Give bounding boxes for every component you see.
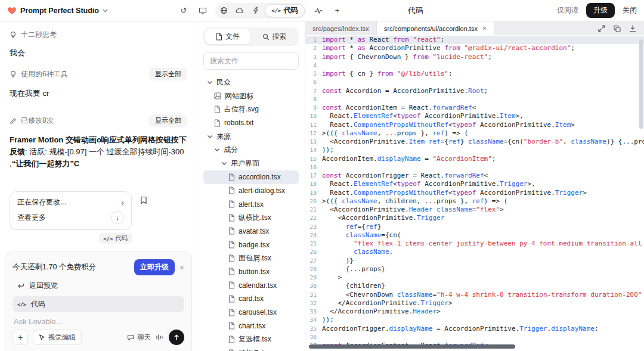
code-line[interactable]: 10 React.ElementRef<typeof AccordionPrim… bbox=[305, 112, 644, 120]
tree-item[interactable]: carousel.tsx bbox=[203, 306, 299, 319]
prompt-input[interactable] bbox=[14, 317, 185, 326]
tree-item[interactable]: button.tsx bbox=[203, 265, 299, 279]
visual-edit-button[interactable]: 视觉编辑 bbox=[33, 330, 82, 345]
code-line[interactable]: 21 <AccordionPrimitive.Header className=… bbox=[305, 206, 644, 214]
code-line[interactable]: 18 React.ElementRef<typeof AccordionPrim… bbox=[305, 180, 644, 188]
line-number: 33 bbox=[305, 307, 322, 316]
show-all-button[interactable]: 显示全部 bbox=[149, 68, 187, 80]
attach-button[interactable]: + bbox=[13, 330, 28, 345]
code-line[interactable]: 1import * as React from "react"; bbox=[305, 36, 644, 44]
back-to-preview-item[interactable]: 返回预览 bbox=[13, 278, 184, 294]
code-line[interactable]: 20>(({ className, children, ...props }, … bbox=[305, 197, 644, 206]
upgrade-button[interactable]: 升级 bbox=[586, 3, 615, 18]
vertical-scrollbar[interactable] bbox=[639, 39, 643, 129]
code-mode-item[interactable]: </> 代码 bbox=[13, 296, 184, 312]
code-line[interactable]: 14)); bbox=[305, 146, 644, 154]
file-icon bbox=[214, 119, 221, 127]
bookmark-icon[interactable] bbox=[140, 196, 147, 204]
show-all-button[interactable]: 显示全部 bbox=[149, 114, 187, 127]
code-line[interactable]: 2import * as AccordionPrimitive from "@r… bbox=[305, 44, 644, 52]
close-tab-icon[interactable]: × bbox=[482, 24, 487, 33]
scroll-down-button[interactable]: ↓ bbox=[111, 211, 124, 224]
code-line[interactable]: 9const AccordionItem = React.forwardRef< bbox=[305, 104, 644, 112]
code-text: AccordionTrigger.displayName = Accordion… bbox=[322, 325, 644, 333]
add-tab-icon[interactable]: + bbox=[331, 4, 344, 17]
tree-item[interactable]: accordion.tsx bbox=[203, 170, 299, 184]
tree-item[interactable]: 纵横比.tsx bbox=[203, 211, 299, 225]
download-icon[interactable] bbox=[628, 24, 637, 33]
code-line[interactable]: 28 {...props} bbox=[305, 265, 644, 274]
project-menu[interactable]: Prompt Perfect Studio bbox=[7, 6, 108, 15]
tree-folder[interactable]: 用户界面 bbox=[203, 157, 299, 170]
tree-item[interactable]: 占位符.svg bbox=[203, 102, 299, 116]
code-line[interactable]: 13 <AccordionPrimitive.Item ref={ref} cl… bbox=[305, 138, 644, 146]
tree-item[interactable]: 网站图标 bbox=[203, 89, 299, 103]
code-line[interactable]: 3import { ChevronDown } from "lucide-rea… bbox=[305, 53, 644, 61]
send-button[interactable] bbox=[169, 330, 184, 345]
editor-tab[interactable]: src/components/ui/accordion.tsx× bbox=[377, 21, 494, 35]
code-line[interactable]: 15AccordionItem.displayName = "Accordion… bbox=[305, 155, 644, 163]
tree-item[interactable]: calendar.tsx bbox=[203, 278, 299, 292]
code-line[interactable]: 31 <ChevronDown className="h-4 w-4 shrin… bbox=[305, 291, 644, 299]
code-line[interactable]: 25 "flex flex-1 items-center justify-bet… bbox=[305, 240, 644, 248]
history-icon[interactable]: ↺ bbox=[177, 4, 190, 17]
code-line[interactable]: 7const Accordion = AccordionPrimitive.Ro… bbox=[305, 87, 644, 95]
code-line[interactable]: 34)); bbox=[305, 316, 644, 324]
code-line[interactable]: 36 bbox=[305, 333, 644, 341]
code-line[interactable]: 17const AccordionTrigger = React.forward… bbox=[305, 172, 644, 180]
code-line[interactable]: 22 <AccordionPrimitive.Trigger bbox=[305, 214, 644, 222]
code-line[interactable]: 19 React.ComponentPropsWithoutRef<typeof… bbox=[305, 189, 644, 197]
tree-item[interactable]: robots.txt bbox=[203, 116, 299, 130]
globe-icon[interactable] bbox=[216, 4, 231, 17]
tree-item[interactable]: card.tsx bbox=[203, 292, 299, 306]
device-preview-icon[interactable] bbox=[196, 4, 209, 17]
tree-item[interactable]: avatar.tsx bbox=[203, 225, 299, 238]
code-line[interactable]: 4 bbox=[305, 61, 644, 70]
close-button[interactable]: 关闭 bbox=[623, 5, 637, 15]
upgrade-now-button[interactable]: 立即升级 bbox=[134, 259, 175, 275]
expand-icon[interactable] bbox=[597, 24, 606, 33]
line-number: 27 bbox=[305, 257, 322, 265]
code-line[interactable]: 24 className={cn( bbox=[305, 231, 644, 240]
editor-tab[interactable]: src/pages/Index.tsx bbox=[305, 21, 377, 35]
saving-card[interactable]: 正在保存更改... › 查看更多 ↓ bbox=[10, 191, 132, 230]
tree-folder[interactable]: 民众 bbox=[203, 76, 299, 89]
horizontal-scrollbar[interactable] bbox=[309, 344, 515, 349]
tree-item[interactable]: alert-dialog.tsx bbox=[203, 184, 299, 198]
copy-icon[interactable] bbox=[613, 24, 621, 33]
code-line[interactable]: 29 > bbox=[305, 274, 644, 282]
code-line[interactable]: 30 {children} bbox=[305, 282, 644, 290]
code-line[interactable]: 8 bbox=[305, 95, 644, 104]
bolt-icon[interactable] bbox=[249, 4, 264, 17]
tree-folder[interactable]: 成分 bbox=[203, 143, 299, 157]
tree-item[interactable]: alert.tsx bbox=[203, 197, 299, 211]
tab-search[interactable]: 搜索 bbox=[252, 29, 297, 44]
file-search-input[interactable] bbox=[203, 52, 299, 70]
code-line[interactable]: 16 bbox=[305, 163, 644, 172]
chat-mode-button[interactable]: 聊天 bbox=[127, 333, 151, 342]
code-line[interactable]: 5import { cn } from "@/lib/utils"; bbox=[305, 70, 644, 78]
code-line[interactable]: 33 </AccordionPrimitive.Header> bbox=[305, 307, 644, 316]
code-line[interactable]: 12>(({ className, ...props }, ref) => ( bbox=[305, 129, 644, 138]
close-banner-icon[interactable]: × bbox=[179, 263, 184, 272]
tree-item[interactable]: 面包屑.tsx bbox=[203, 251, 299, 265]
tree-item[interactable]: 复选框.tsx bbox=[203, 333, 299, 346]
cloud-icon[interactable] bbox=[233, 4, 247, 17]
code-line[interactable]: 26 className, bbox=[305, 248, 644, 256]
tree-item[interactable]: chart.tsx bbox=[203, 319, 299, 333]
voice-waveform-icon[interactable] bbox=[156, 334, 164, 341]
chevron-right-icon[interactable]: › bbox=[121, 198, 124, 207]
see-more-label[interactable]: 查看更多 bbox=[17, 213, 46, 223]
tree-item[interactable]: badge.tsx bbox=[203, 238, 299, 251]
tab-files[interactable]: 文件 bbox=[205, 29, 250, 44]
code-line[interactable]: 27 )} bbox=[305, 257, 644, 265]
code-line[interactable]: 6 bbox=[305, 78, 644, 86]
code-line[interactable]: 35AccordionTrigger.displayName = Accordi… bbox=[305, 325, 644, 333]
tree-item[interactable]: 可折叠.tsx bbox=[203, 346, 299, 351]
code-line[interactable]: 11 React.ComponentPropsWithoutRef<typeof… bbox=[305, 121, 644, 129]
code-line[interactable]: 23 ref={ref} bbox=[305, 223, 644, 231]
code-view-toggle[interactable]: </> 代码 bbox=[265, 4, 305, 17]
tree-folder[interactable]: 来源 bbox=[203, 130, 299, 144]
code-line[interactable]: 32 </AccordionPrimitive.Trigger> bbox=[305, 299, 644, 307]
activity-icon[interactable] bbox=[312, 4, 325, 17]
